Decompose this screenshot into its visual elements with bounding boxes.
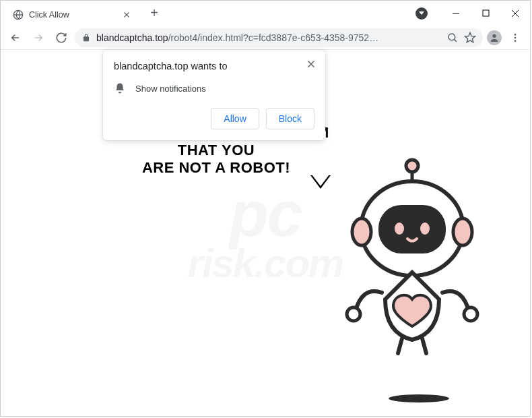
allow-button[interactable]: Allow bbox=[211, 108, 259, 129]
svg-point-15 bbox=[347, 307, 360, 321]
titlebar: Click Allow + bbox=[1, 1, 530, 26]
browser-window: Click Allow + blandcaptcha.top/robot4/in… bbox=[0, 0, 531, 417]
svg-point-16 bbox=[464, 307, 477, 321]
close-icon[interactable] bbox=[122, 10, 131, 20]
svg-point-7 bbox=[406, 160, 418, 172]
prompt-line-2: ARE NOT A ROBOT! bbox=[81, 159, 351, 177]
back-button[interactable] bbox=[6, 28, 25, 47]
permission-dialog: blandcaptcha.top wants to Show notificat… bbox=[103, 50, 325, 140]
search-icon[interactable] bbox=[446, 32, 459, 44]
globe-icon bbox=[13, 9, 24, 20]
toolbar: blandcaptcha.top/robot4/index.html?c=fcd… bbox=[1, 26, 530, 50]
bell-icon bbox=[114, 82, 126, 94]
block-button[interactable]: Block bbox=[266, 108, 314, 129]
menu-button[interactable] bbox=[506, 28, 525, 47]
reload-button[interactable] bbox=[52, 28, 71, 47]
svg-point-5 bbox=[514, 36, 517, 38]
svg-point-14 bbox=[420, 222, 430, 235]
svg-point-13 bbox=[395, 222, 404, 235]
maximize-button[interactable] bbox=[471, 3, 500, 24]
svg-point-4 bbox=[514, 34, 517, 36]
close-window-button[interactable] bbox=[500, 3, 530, 24]
close-icon[interactable] bbox=[305, 58, 317, 70]
star-icon[interactable] bbox=[464, 32, 476, 44]
url-text: blandcaptcha.top/robot4/index.html?c=fcd… bbox=[96, 32, 441, 43]
svg-rect-1 bbox=[483, 10, 489, 16]
forward-button[interactable] bbox=[29, 28, 48, 47]
new-tab-button[interactable]: + bbox=[145, 4, 164, 23]
svg-point-10 bbox=[352, 218, 371, 245]
svg-point-11 bbox=[453, 218, 472, 245]
profile-avatar[interactable] bbox=[487, 30, 502, 45]
tab-title: Click Allow bbox=[29, 10, 118, 20]
address-bar[interactable]: blandcaptcha.top/robot4/index.html?c=fcd… bbox=[75, 28, 483, 47]
svg-line-17 bbox=[398, 338, 402, 353]
browser-tab[interactable]: Click Allow bbox=[5, 3, 139, 26]
svg-rect-12 bbox=[378, 205, 446, 253]
svg-point-2 bbox=[448, 34, 455, 40]
lock-icon bbox=[81, 33, 91, 42]
incognito-icon[interactable] bbox=[415, 7, 428, 20]
minimize-button[interactable] bbox=[441, 3, 471, 24]
page-content: pcrisk.com CLICK «ALLOW» TO CONFIRM THAT… bbox=[1, 50, 530, 416]
svg-point-3 bbox=[492, 34, 496, 37]
robot-image bbox=[341, 158, 483, 360]
svg-point-6 bbox=[514, 40, 517, 42]
svg-line-18 bbox=[422, 338, 426, 353]
permission-item: Show notifications bbox=[135, 84, 206, 94]
permission-title: blandcaptcha.top wants to bbox=[114, 61, 314, 71]
watermark: pcrisk.com bbox=[188, 183, 343, 282]
robot-shadow bbox=[389, 394, 449, 402]
window-controls bbox=[441, 3, 530, 24]
